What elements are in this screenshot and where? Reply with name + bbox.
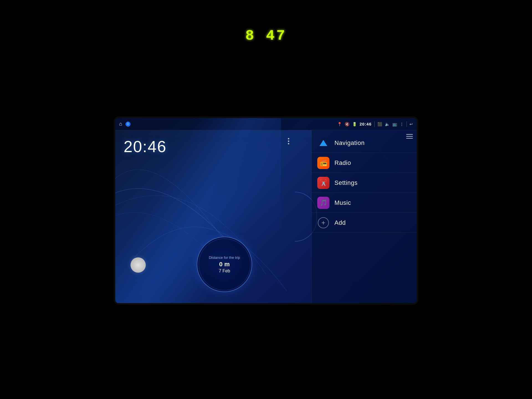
trip-info: Distance for the trip 0 m 7 Feb [209, 255, 240, 273]
physical-clock: 8 47 [245, 28, 287, 44]
volume-icon: 🔈 [385, 122, 390, 126]
trip-distance: 0 m [209, 261, 240, 268]
navigation-icon [317, 137, 329, 149]
screen-bezel: ⌂ 0 📍 🔇 🔋 20:46 ⬛ 🔈 📺 ⋮ ↩ [114, 116, 418, 305]
avatar[interactable] [131, 257, 146, 273]
main-content: 20:46 Distance for the trip [115, 130, 417, 303]
dot-1 [288, 138, 289, 139]
status-left: ⌂ 0 [119, 121, 131, 127]
add-plus-circle: + [318, 217, 329, 228]
add-icon: + [317, 217, 329, 229]
menu-item-settings[interactable]: ✂️ Settings [312, 173, 417, 193]
right-panel: Navigation 📻 Radio ✂️ [311, 130, 417, 303]
hamburger-line-3 [406, 138, 413, 139]
menu-list: Navigation 📻 Radio ✂️ [312, 133, 417, 303]
hamburger-button[interactable] [406, 134, 413, 139]
menu-item-radio[interactable]: 📻 Radio [312, 153, 417, 173]
hamburger-line-2 [406, 136, 413, 137]
music-emoji: 🎵 [320, 199, 327, 206]
home-status-icon[interactable]: ⌂ [119, 121, 122, 127]
screen: ⌂ 0 📍 🔇 🔋 20:46 ⬛ 🔈 📺 ⋮ ↩ [115, 118, 417, 303]
trip-circle[interactable]: Distance for the trip 0 m 7 Feb [197, 237, 252, 292]
settings-icon: ✂️ [317, 177, 329, 189]
trip-label: Distance for the trip [209, 255, 240, 260]
screen-icon: 📺 [392, 122, 397, 126]
hdmi-icon: ⬛ [377, 122, 382, 126]
trip-circle-container: Distance for the trip 0 m 7 Feb [197, 237, 252, 292]
nav-triangle [319, 140, 327, 146]
radio-emoji: 📻 [320, 159, 327, 167]
music-label: Music [334, 199, 351, 206]
left-panel: 20:46 Distance for the trip [115, 130, 311, 303]
status-right: 📍 🔇 🔋 20:46 ⬛ 🔈 📺 ⋮ ↩ [337, 121, 413, 127]
settings-emoji: ✂️ [320, 179, 327, 186]
more-icon[interactable]: ⋮ [400, 122, 404, 126]
hamburger-line-1 [406, 134, 413, 135]
location-icon: 📍 [337, 122, 342, 126]
status-divider [374, 121, 375, 127]
menu-item-add[interactable]: + Add [312, 213, 417, 233]
status-bar: ⌂ 0 📍 🔇 🔋 20:46 ⬛ 🔈 📺 ⋮ ↩ [115, 118, 417, 130]
dot-3 [288, 143, 289, 144]
trip-date: 7 Feb [209, 268, 240, 273]
menu-item-navigation[interactable]: Navigation [312, 133, 417, 153]
main-clock: 20:46 [124, 137, 303, 156]
radio-icon: 📻 [317, 157, 329, 169]
menu-item-music[interactable]: 🎵 Music [312, 193, 417, 213]
add-label: Add [334, 219, 346, 226]
mute-icon: 🔇 [345, 122, 349, 126]
music-icon: 🎵 [317, 197, 329, 209]
dot-2 [288, 140, 289, 142]
settings-label: Settings [334, 179, 358, 186]
more-options-button[interactable] [288, 138, 289, 144]
outer-device: 8 47 ⌂ 0 📍 🔇 🔋 [0, 0, 532, 399]
status-divider-2 [406, 121, 407, 127]
notification-badge: 0 [126, 122, 131, 127]
status-time: 20:46 [360, 122, 372, 126]
battery-icon: 🔋 [352, 122, 357, 126]
radio-label: Radio [334, 159, 351, 167]
navigation-label: Navigation [334, 139, 365, 147]
back-icon[interactable]: ↩ [410, 122, 413, 126]
